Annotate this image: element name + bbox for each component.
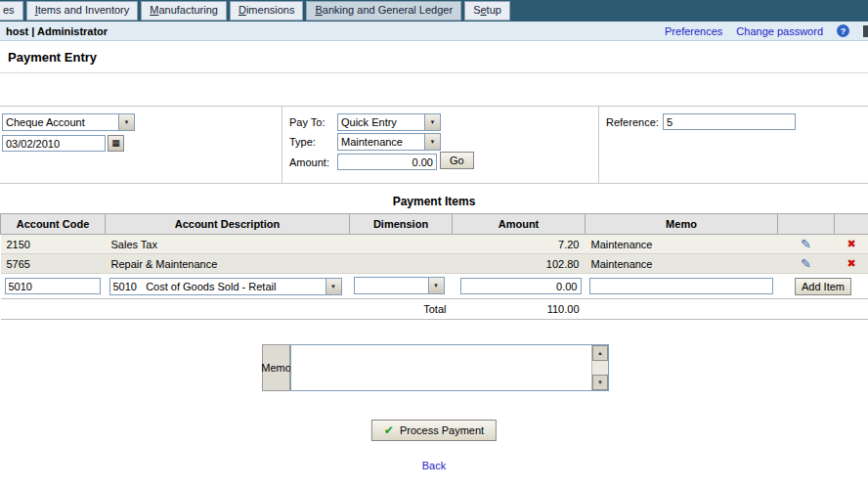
col-delete [835, 214, 868, 235]
chevron-down-icon: ▼ [424, 114, 440, 130]
go-button[interactable]: Go [440, 152, 474, 169]
col-account-code: Account Code [1, 214, 106, 235]
tab-setup[interactable]: Setup [464, 1, 510, 21]
cell-memo: Maintenance [586, 235, 778, 254]
tab-label: Manufacturing [150, 4, 218, 16]
payment-items-title: Payment Items [0, 195, 868, 208]
new-account-description-select[interactable]: 5010 Cost of Goods Sold - Retail ▼ [109, 278, 342, 295]
tab-label: es [3, 4, 15, 16]
new-item-row: 5010 Cost of Goods Sold - Retail ▼ ▼ Add… [1, 274, 868, 299]
edit-icon[interactable]: ✎ [801, 237, 811, 251]
total-label: Total [1, 299, 453, 320]
total-row: Total 110.00 [1, 299, 868, 320]
new-account-code-input[interactable] [5, 278, 101, 294]
tab-banking-and-general-ledger[interactable]: Banking and General Ledger [306, 1, 461, 21]
help-icon[interactable]: ? [837, 24, 849, 37]
page-title: Payment Entry [8, 50, 97, 65]
user-info: host | Administrator [6, 25, 108, 37]
memo-label: Memo [262, 344, 290, 391]
payment-items-table: Account Code Account Description Dimensi… [0, 213, 868, 320]
amount-label: Amount: [289, 156, 329, 168]
change-password-link[interactable]: Change password [736, 25, 823, 37]
new-dimension-value [355, 278, 428, 293]
col-amount: Amount [453, 214, 586, 235]
chevron-down-icon: ▼ [428, 278, 444, 293]
calendar-button[interactable]: ▦ [108, 135, 124, 152]
cell-account-code: 5765 [1, 254, 106, 274]
table-header-row: Account Code Account Description Dimensi… [1, 214, 868, 235]
pay-to-value: Quick Entry [338, 114, 424, 130]
table-row: 5765 Repair & Maintenance 102.80 Mainten… [1, 254, 868, 274]
header-divider [0, 72, 868, 73]
bank-account-select[interactable]: Cheque Account ▼ [2, 113, 135, 131]
tab-manufacturing[interactable]: Manufacturing [141, 1, 227, 21]
cell-dimension [350, 254, 453, 274]
table-row: 2150 Sales Tax 7.20 Maintenance ✎ ✖ [1, 235, 868, 254]
type-select[interactable]: Maintenance ▼ [337, 133, 441, 151]
tab-items-and-inventory[interactable]: Items and Inventory [26, 1, 139, 21]
bank-account-value: Cheque Account [3, 114, 118, 130]
type-label: Type: [289, 136, 316, 148]
type-value: Maintenance [338, 134, 424, 150]
cell-account-code: 2150 [1, 235, 106, 254]
chevron-down-icon: ▼ [424, 134, 440, 150]
cell-account-description: Repair & Maintenance [106, 254, 350, 274]
process-payment-button[interactable]: ✔ Process Payment [371, 420, 497, 441]
new-memo-input[interactable] [589, 278, 773, 294]
cell-amount: 102.80 [453, 254, 586, 274]
reference-input[interactable] [663, 113, 796, 130]
new-dimension-select[interactable]: ▼ [354, 277, 445, 294]
chevron-down-icon: ▼ [118, 114, 134, 130]
delete-icon[interactable]: ✖ [846, 257, 855, 269]
col-memo: Memo [586, 214, 778, 235]
cell-amount: 7.20 [453, 235, 586, 254]
col-account-description: Account Description [106, 214, 350, 235]
form-divider [598, 107, 599, 183]
amount-input[interactable] [337, 154, 437, 170]
memo-textarea[interactable]: ▲ ▼ [290, 344, 609, 391]
add-item-button[interactable]: Add Item [795, 278, 851, 295]
chevron-down-icon: ▼ [326, 279, 341, 294]
delete-icon[interactable]: ✖ [846, 238, 855, 249]
check-icon: ✔ [384, 423, 394, 437]
date-input[interactable] [2, 135, 106, 152]
new-amount-input[interactable] [460, 278, 582, 294]
scroll-down-icon[interactable]: ▼ [592, 375, 608, 390]
col-dimension: Dimension [350, 214, 453, 235]
pay-to-select[interactable]: Quick Entry ▼ [337, 113, 441, 131]
scroll-up-icon[interactable]: ▲ [592, 345, 608, 361]
back-link[interactable]: Back [422, 460, 446, 471]
exit-icon[interactable] [863, 25, 868, 37]
scrollbar[interactable]: ▲ ▼ [591, 345, 608, 390]
tab-label: Dimensions [239, 4, 294, 16]
process-payment-label: Process Payment [400, 424, 484, 436]
total-value: 110.00 [453, 299, 586, 320]
form-divider [282, 107, 282, 183]
col-edit [778, 214, 835, 235]
edit-icon[interactable]: ✎ [801, 256, 811, 271]
tab-sales[interactable]: es [0, 1, 23, 21]
pay-to-label: Pay To: [289, 116, 326, 128]
cell-dimension [350, 235, 453, 254]
reference-label: Reference: [606, 116, 659, 128]
tab-label: Items and Inventory [35, 4, 130, 16]
payment-form: Cheque Account ▼ ▦ Pay To: Quick Entry ▼… [0, 106, 868, 184]
preferences-link[interactable]: Preferences [665, 25, 722, 37]
calendar-icon: ▦ [111, 138, 120, 148]
user-bar: host | Administrator Preferences Change … [0, 22, 868, 41]
memo-section: Memo ▲ ▼ [262, 344, 609, 391]
main-nav: es Items and Inventory Manufacturing Dim… [0, 0, 868, 22]
tab-label: Banking and General Ledger [315, 4, 453, 16]
tab-dimensions[interactable]: Dimensions [230, 1, 303, 21]
cell-memo: Maintenance [586, 254, 778, 274]
cell-account-description: Sales Tax [106, 235, 350, 254]
tab-label: Setup [473, 4, 501, 16]
back-link-wrap: Back [0, 460, 868, 471]
new-account-description-value: 5010 Cost of Goods Sold - Retail [110, 279, 326, 294]
